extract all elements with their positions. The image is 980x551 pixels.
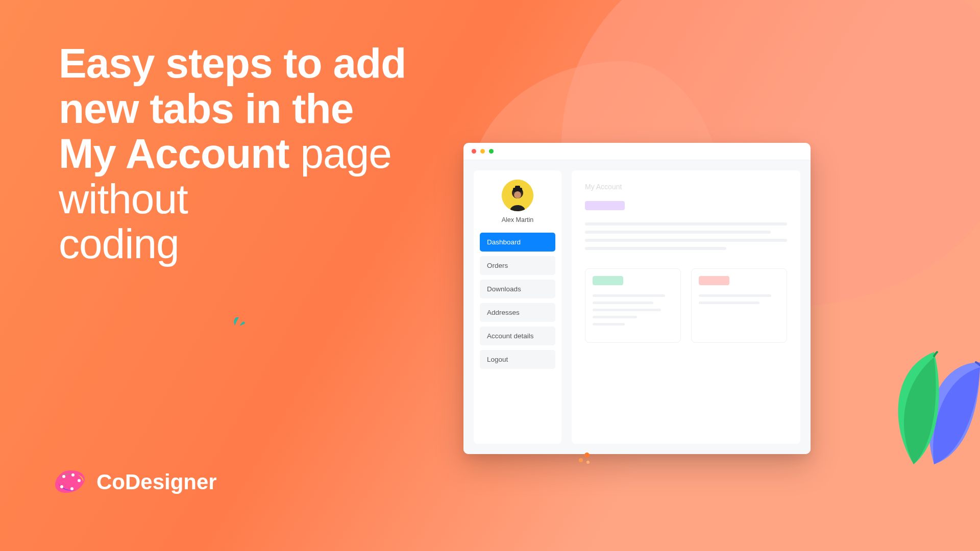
placeholder-line xyxy=(699,302,760,304)
sidebar-item-downloads[interactable]: Downloads xyxy=(480,280,555,298)
sidebar-item-label: Downloads xyxy=(487,285,521,293)
card-tag-pill xyxy=(593,276,623,285)
sidebar-item-addresses[interactable]: Addresses xyxy=(480,303,555,322)
page-headline: Easy steps to add new tabs in the My Acc… xyxy=(59,41,447,267)
svg-point-10 xyxy=(584,453,590,458)
sidebar-item-label: Account details xyxy=(487,332,534,340)
sidebar-item-label: Orders xyxy=(487,262,508,269)
dots-accent-icon xyxy=(577,452,592,464)
content-highlight-pill xyxy=(585,201,625,210)
username-label: Alex Martin xyxy=(502,216,534,223)
headline-line-3-bold: My Account xyxy=(59,130,289,177)
headline-line-2: new tabs in the xyxy=(59,85,353,132)
placeholder-line xyxy=(593,309,661,311)
sidebar-item-label: Addresses xyxy=(487,309,520,316)
svg-point-0 xyxy=(62,475,65,478)
svg-point-9 xyxy=(514,191,521,198)
placeholder-line xyxy=(585,222,787,226)
placeholder-line xyxy=(585,239,787,242)
leaves-illustration-icon xyxy=(857,332,980,464)
headline-line-4: coding xyxy=(59,220,179,267)
svg-point-3 xyxy=(60,485,63,488)
svg-point-1 xyxy=(71,473,75,477)
card-tag-pill xyxy=(699,276,729,285)
sidebar-item-label: Dashboard xyxy=(487,238,521,246)
account-content-panel: My Account xyxy=(572,170,800,444)
sidebar-item-dashboard[interactable]: Dashboard xyxy=(480,233,555,252)
window-canvas: Alex Martin Dashboard Orders Downloads A… xyxy=(463,160,811,454)
placeholder-line xyxy=(593,316,637,318)
content-title: My Account xyxy=(585,183,787,191)
placeholder-line xyxy=(593,302,653,304)
svg-rect-8 xyxy=(515,186,520,189)
headline-line-1: Easy steps to add xyxy=(59,40,406,86)
placeholder-line xyxy=(585,247,726,250)
avatar-block: Alex Martin xyxy=(480,180,555,223)
sidebar-item-account-details[interactable]: Account details xyxy=(480,327,555,345)
sidebar-item-orders[interactable]: Orders xyxy=(480,256,555,275)
placeholder-line xyxy=(585,231,771,234)
svg-point-4 xyxy=(70,487,74,490)
traffic-light-zoom-icon[interactable] xyxy=(489,149,494,154)
avatar xyxy=(502,180,533,211)
svg-point-11 xyxy=(579,458,583,462)
svg-point-2 xyxy=(78,479,81,482)
avatar-illustration-icon xyxy=(502,180,533,211)
content-card xyxy=(691,268,787,343)
content-card xyxy=(585,268,681,343)
placeholder-line xyxy=(593,294,665,297)
window-titlebar xyxy=(463,143,811,160)
placeholder-line xyxy=(593,323,625,325)
mock-browser-window: Alex Martin Dashboard Orders Downloads A… xyxy=(463,143,811,454)
svg-point-12 xyxy=(586,461,590,464)
placeholder-line xyxy=(699,294,771,297)
brand-row: CoDesigner xyxy=(54,469,217,495)
codesigner-logo-icon xyxy=(54,469,87,495)
sprout-icon xyxy=(230,311,247,327)
traffic-light-close-icon[interactable] xyxy=(472,149,476,154)
traffic-light-minimize-icon[interactable] xyxy=(480,149,485,154)
sidebar-item-logout[interactable]: Logout xyxy=(480,350,555,369)
account-sidebar: Alex Martin Dashboard Orders Downloads A… xyxy=(474,170,561,444)
brand-name: CoDesigner xyxy=(96,470,217,494)
sidebar-item-label: Logout xyxy=(487,356,508,363)
content-cards-row xyxy=(585,268,787,343)
